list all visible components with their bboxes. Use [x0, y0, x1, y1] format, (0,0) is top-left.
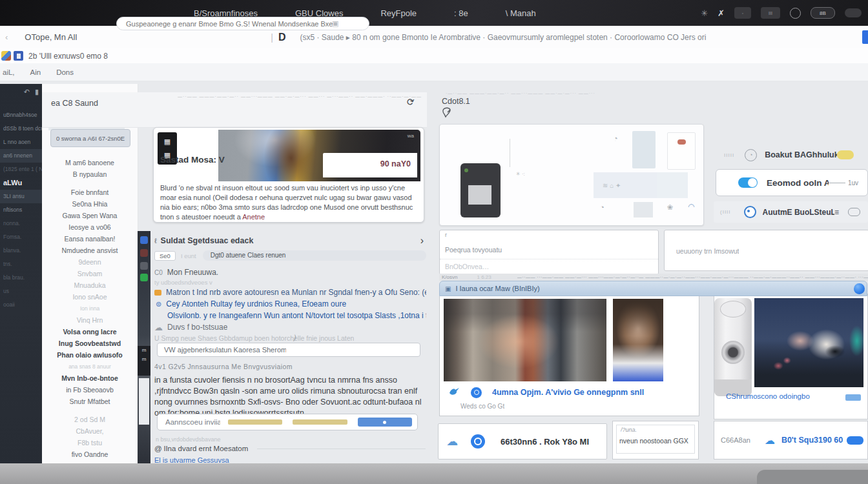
dock-thumbnail[interactable]: mm — [138, 346, 150, 376]
sidebar-item[interactable]: an6 nnenen — [0, 149, 42, 163]
folder-item[interactable]: Mnuaduka — [42, 279, 138, 291]
sidebar-item[interactable]: tns. — [0, 257, 42, 271]
form-box-left[interactable]: r Poeqrua tovyouatu BnObOnvea… — [439, 230, 659, 275]
folder-item[interactable]: fivo Oandne — [42, 449, 138, 460]
indicator-pill[interactable]: 8B — [811, 7, 835, 19]
folder-item[interactable]: in Fb Sbeoaovb — [42, 384, 138, 396]
app-menu-item-3[interactable]: Dons — [56, 68, 74, 76]
menu-item-4[interactable]: : 8e — [454, 8, 468, 18]
tab-selected-pill[interactable]: Dgt0 atuene Claes renuen — [203, 250, 426, 261]
folder-item[interactable]: Se0na Hhia — [42, 198, 138, 210]
sidebar-item[interactable]: L nno aoen — [0, 136, 42, 149]
search-option-icon[interactable]: ▣ — [332, 19, 338, 28]
folder-item[interactable]: Snutr Mfatbet — [42, 396, 138, 407]
app-blue-icon[interactable] — [140, 236, 148, 244]
sidebar-item[interactable]: ooaii — [0, 298, 42, 312]
battery-icon[interactable]: III — [761, 7, 780, 19]
thumbnail-tile[interactable] — [667, 132, 696, 170]
chevron-right-icon[interactable]: › — [420, 235, 424, 247]
folder-item[interactable]: Snvbam — [42, 268, 138, 279]
app-menu-item-1[interactable]: aiL, — [3, 68, 15, 76]
hero-card[interactable]: wa 90 naY0 ▦▦ Sastad Mosa: V Blurd 'o ne… — [153, 127, 424, 223]
sidebar-item[interactable]: 3LI ansu — [0, 190, 42, 203]
sidebar-item[interactable]: bla brau. — [0, 271, 42, 285]
bottom-card-1[interactable]: ☁ 66t30nn6 . Rok Y8o MI — [438, 423, 607, 459]
folder-item[interactable]: Vinq Hrn — [42, 314, 138, 326]
back-icon[interactable]: ‹ — [5, 32, 8, 42]
folder-item[interactable]: 2 od Sd M — [42, 414, 138, 425]
mailbox-button[interactable]: 0 sworna a A6I 67-2sn0E — [50, 129, 130, 147]
undo-icon[interactable]: ↶ — [24, 88, 30, 96]
folder-item[interactable]: Ion inna — [42, 303, 138, 314]
hamburger-icon[interactable]: ≡ — [834, 208, 839, 217]
spotlight-icon[interactable] — [845, 8, 862, 17]
sidebar-item[interactable]: Fomsa. — [0, 230, 42, 244]
bird-icon[interactable] — [449, 387, 460, 398]
favicon-blue-icon[interactable] — [14, 51, 23, 61]
list-row-flagged[interactable]: Matron t Ind nrb avore aotouresn ea Munl… — [154, 287, 426, 298]
attachment-icon[interactable] — [293, 419, 347, 425]
sidebar-item[interactable]: nftisons — [0, 203, 42, 217]
extension-row-2[interactable]: Eeomod ooln A6ll 1uv — [716, 169, 868, 196]
list-row-link[interactable]: ⊜ Cey Atonteh Rultay fey urdnios Runea, … — [154, 298, 426, 310]
pin-icon[interactable]: ▮ — [35, 88, 39, 96]
device-caption-link[interactable]: CShrumoscono odoingbo — [726, 392, 810, 400]
folder-item[interactable]: Mvn Inb-oe-bntoe — [42, 372, 138, 384]
folder-item[interactable]: Gawa Spen Wana — [42, 210, 138, 221]
oval-button[interactable] — [848, 208, 860, 216]
thumbnail-tile[interactable] — [634, 202, 653, 217]
blue-pill-button[interactable] — [847, 436, 863, 445]
compose-field[interactable]: Aannscoeu inviian -s os brisor (Jas — [157, 414, 418, 430]
blue-pill-button[interactable] — [845, 394, 861, 401]
menu-item-3[interactable]: ReyFpole — [380, 8, 417, 18]
tab-faint[interactable]: I eunt — [181, 252, 196, 259]
list-row-cloud[interactable]: ☁ Duvs f bo-tstsuae — [154, 321, 426, 333]
back-label[interactable]: OTope, Mn All — [25, 32, 77, 42]
app-menu-item-2[interactable]: Ain — [30, 68, 41, 76]
folder-item[interactable] — [42, 407, 138, 414]
sidebar-item[interactable]: (1825 ente 1 ( N P J — [0, 163, 42, 176]
display-toggle-icon[interactable]: ◦ — [734, 7, 751, 19]
folder-item[interactable]: Nmduedne ansvist — [42, 245, 138, 256]
toggle-switch[interactable] — [738, 177, 758, 188]
bookmark-label[interactable]: 2b 'Ulll exnuws0 emo 8 — [28, 52, 108, 61]
list-row-link[interactable]: Olsvilonb. y re Inangeafenn Wun antont N… — [154, 310, 426, 321]
address-bar[interactable]: (sx5 · Saude ▸ 80 n om gone Bmonto Ie Ar… — [300, 33, 726, 42]
sidebar-item[interactable]: aLWu — [0, 176, 42, 190]
sidebar-item[interactable]: dSSb 8 toen dcnna — [0, 122, 42, 136]
tools-icon[interactable]: ✗ — [718, 8, 725, 18]
favicon-multicolor-icon[interactable] — [1, 51, 11, 61]
device-card[interactable]: CShrumoscono odoingbo — [714, 294, 868, 419]
window-thumbnail[interactable] — [139, 378, 149, 425]
folder-item[interactable]: Phan olaio awlusofo — [42, 349, 138, 361]
tab-small[interactable]: Se0 — [154, 251, 176, 261]
extension-row-3[interactable]: (IIII AuutmE BuoLSteuL ≡ — [714, 201, 868, 223]
sidebar-item[interactable]: blanva. — [0, 244, 42, 257]
window-blue-button[interactable] — [854, 283, 865, 294]
clock-icon[interactable] — [790, 8, 801, 19]
folder-item[interactable]: M am6 banoene — [42, 157, 138, 168]
signal-icon[interactable]: ✳ — [701, 8, 708, 18]
hero-link[interactable]: Anetne — [242, 213, 265, 221]
sidebar-item[interactable]: nonna. — [0, 217, 42, 230]
bottom-card-2[interactable]: /?una. nveun noostooan GGX — [612, 421, 699, 459]
folder-item[interactable] — [42, 180, 138, 187]
menu-item-5[interactable]: \ Manah — [506, 8, 536, 18]
folder-item[interactable]: 9deenn — [42, 256, 138, 268]
app-red-icon[interactable] — [140, 249, 148, 257]
thumbnail-tile[interactable] — [632, 131, 656, 168]
photo-caption-link[interactable]: 4umna Opjm. A'vivio Ge onnegpnm snll — [492, 388, 644, 397]
folder-item[interactable]: Eansa nanalban! — [42, 233, 138, 245]
folder-item[interactable]: Ieosye a vo06 — [42, 221, 138, 233]
app-green-icon[interactable] — [140, 274, 148, 281]
photo-icon[interactable] — [358, 418, 413, 427]
form-box-right[interactable]: ueuuony trn Imsowut — [664, 230, 868, 271]
list-row[interactable]: C0 Mon Fneuuwa. — [154, 267, 426, 277]
browser-logo-icon[interactable]: D — [278, 32, 286, 43]
share-circle-icon[interactable] — [471, 387, 482, 398]
app-gray-icon[interactable] — [140, 262, 148, 270]
folder-item[interactable]: Foie bnnfant — [42, 187, 138, 198]
reply-field[interactable]: VW ajgebnerksulatun Kaoresa Sheroms ) — [157, 343, 420, 357]
folder-item[interactable]: B nypaulan — [42, 168, 138, 180]
bottom-card-link[interactable]: B0't Squ3190 60 — [781, 436, 847, 445]
